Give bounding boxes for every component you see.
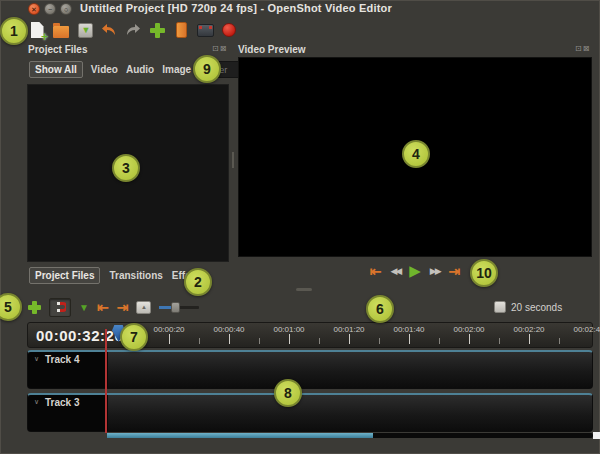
ruler-label: 00:01:40 xyxy=(393,325,424,334)
ruler-label: 00:02:20 xyxy=(513,325,544,334)
redo-icon[interactable] xyxy=(124,21,142,39)
dock-tabs: Project Files Transitions Effects xyxy=(29,267,205,284)
callout-badge-1: 1 xyxy=(0,17,28,45)
chevron-down-icon[interactable]: ∨ xyxy=(34,398,39,406)
previous-marker-icon[interactable]: ⇤ xyxy=(97,300,109,314)
filter-show-all-button[interactable]: Show All xyxy=(29,61,83,78)
undo-icon[interactable] xyxy=(100,21,118,39)
screen-glyph xyxy=(197,24,214,37)
callout-badge-3: 3 xyxy=(112,154,140,182)
close-panel-icon[interactable]: ⊠ xyxy=(220,44,228,53)
ruler-label: 00:01:00 xyxy=(273,325,304,334)
undock-icon[interactable]: ⊡ xyxy=(575,44,583,53)
callout-badge-5: 5 xyxy=(0,293,22,321)
title-bar: ✕ − ○ Untitled Project [HD 720p 24 fps] … xyxy=(0,0,600,17)
undo-arrow-glyph xyxy=(101,23,117,37)
playhead-line[interactable] xyxy=(105,329,107,433)
play-icon[interactable]: ▶ xyxy=(409,263,421,279)
track-header[interactable]: ∨ Track 4 xyxy=(28,352,108,388)
ruler-label: 00:02:00 xyxy=(453,325,484,334)
timeline-ruler[interactable]: 00:00:32:20 00:00:20 00:00:40 00:01:00 0… xyxy=(27,322,593,348)
window-maximize-icon[interactable]: ○ xyxy=(60,3,72,15)
record-icon[interactable] xyxy=(220,21,238,39)
video-preview-panel-controls: ⊡⊠ xyxy=(575,44,590,53)
timeline-scrollbar[interactable] xyxy=(27,433,593,438)
ruler-label: 00:02:40 xyxy=(573,325,600,334)
track-label: Track 3 xyxy=(45,397,79,408)
project-files-panel-title: Project Files xyxy=(28,44,87,55)
panel-splitter-handle[interactable] xyxy=(232,152,234,168)
track-row[interactable]: ∨ Track 4 xyxy=(27,350,593,389)
filter-video-button[interactable]: Video xyxy=(91,64,118,75)
open-project-icon[interactable] xyxy=(52,21,70,39)
timeline-toolbar: ▼ ⇤ ⇥ ▲ xyxy=(28,297,199,317)
window-title: Untitled Project [HD 720p 24 fps] - Open… xyxy=(80,2,392,14)
folder-glyph xyxy=(53,26,69,38)
export-video-icon[interactable] xyxy=(196,21,214,39)
plus-glyph: + xyxy=(41,32,48,42)
window-close-icon[interactable]: ✕ xyxy=(28,3,40,15)
filter-audio-button[interactable]: Audio xyxy=(126,64,154,75)
callout-badge-4: 4 xyxy=(402,140,430,168)
project-files-panel-controls: ⊡⊠ xyxy=(212,44,227,53)
playback-controls: ⇤ ◀◀ ▶ ▶▶ ⇥ xyxy=(238,261,592,281)
zoom-scale-label: 20 seconds xyxy=(511,302,562,313)
down-arrow-glyph: ▼ xyxy=(82,25,91,35)
callout-badge-6: 6 xyxy=(366,295,394,323)
scrollbar-gutter xyxy=(27,433,107,438)
zoom-scale-icon[interactable] xyxy=(494,301,506,313)
new-project-icon[interactable]: + xyxy=(28,21,46,39)
chevron-down-icon[interactable]: ∨ xyxy=(34,355,39,363)
record-circle-glyph xyxy=(222,23,236,37)
callout-badge-7: 7 xyxy=(120,323,148,351)
track-header[interactable]: ∨ Track 3 xyxy=(28,395,108,431)
filter-image-button[interactable]: Image xyxy=(162,64,191,75)
scrollbar-thumb[interactable] xyxy=(107,433,373,438)
ruler-major-ticks xyxy=(138,334,588,344)
callout-badge-2: 2 xyxy=(184,268,212,296)
import-files-icon[interactable] xyxy=(148,21,166,39)
callout-badge-8: 8 xyxy=(274,379,302,407)
ruler-label: 00:00:40 xyxy=(213,325,244,334)
callout-badge-10: 10 xyxy=(470,259,498,287)
redo-arrow-glyph xyxy=(125,23,141,37)
next-marker-icon[interactable]: ⇥ xyxy=(117,300,129,314)
callout-badge-9: 9 xyxy=(193,55,221,83)
magnet-glyph xyxy=(54,301,66,313)
save-glyph: ▼ xyxy=(78,23,93,38)
rewind-icon[interactable]: ◀◀ xyxy=(390,263,400,279)
close-panel-icon[interactable]: ⊠ xyxy=(583,44,591,53)
track-row[interactable]: ∨ Track 3 xyxy=(27,393,593,432)
jump-to-end-icon[interactable]: ⇥ xyxy=(449,263,461,279)
razor-tool-icon[interactable]: ▼ xyxy=(79,302,89,313)
window-minimize-icon[interactable]: − xyxy=(44,3,56,15)
ruler-label: 00:01:20 xyxy=(333,325,364,334)
snapping-toggle-icon[interactable] xyxy=(49,298,71,317)
app-window: ✕ − ○ Untitled Project [HD 720p 24 fps] … xyxy=(0,0,600,454)
save-project-icon[interactable]: ▼ xyxy=(76,21,94,39)
main-toolbar: + ▼ xyxy=(28,19,238,41)
profile-glyph xyxy=(176,22,187,38)
ruler-label: 00:00:20 xyxy=(153,325,184,334)
undock-icon[interactable]: ⊡ xyxy=(212,44,220,53)
tab-project-files[interactable]: Project Files xyxy=(29,267,100,284)
choose-profile-icon[interactable] xyxy=(172,21,190,39)
track-label: Track 4 xyxy=(45,354,79,365)
horizontal-splitter-handle[interactable] xyxy=(296,288,312,291)
add-track-icon[interactable] xyxy=(28,301,41,314)
zoom-slider[interactable] xyxy=(159,301,199,314)
video-preview-panel-title: Video Preview xyxy=(238,44,306,55)
timecode-display: 00:00:32:20 xyxy=(36,327,123,344)
zoom-slider-knob[interactable] xyxy=(171,302,180,313)
snapshot-icon[interactable]: ▲ xyxy=(136,301,151,314)
tab-transitions[interactable]: Transitions xyxy=(109,270,162,281)
jump-to-start-icon[interactable]: ⇤ xyxy=(370,263,382,279)
plus-glyph xyxy=(150,23,165,38)
scrollbar-handle[interactable] xyxy=(593,432,600,439)
fast-forward-icon[interactable]: ▶▶ xyxy=(430,263,440,279)
